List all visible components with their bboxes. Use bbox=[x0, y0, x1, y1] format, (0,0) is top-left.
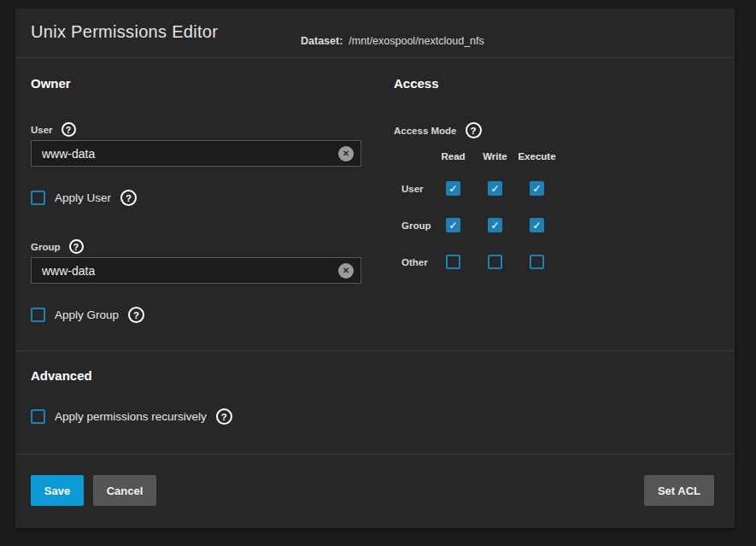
set-acl-button[interactable]: Set ACL bbox=[644, 475, 714, 506]
checkbox-group-read[interactable]: ✓ bbox=[446, 218, 460, 232]
apply-user-label: Apply User bbox=[55, 191, 111, 204]
dataset-label: Dataset: bbox=[301, 35, 343, 47]
checkbox-group-write[interactable]: ✓ bbox=[488, 218, 502, 232]
apply-user-checkbox[interactable]: ✓ bbox=[31, 191, 45, 205]
user-label: User bbox=[31, 125, 53, 135]
access-heading: Access bbox=[394, 76, 439, 91]
checkbox-group-execute[interactable]: ✓ bbox=[530, 218, 544, 232]
row-label-other: Other bbox=[383, 257, 428, 267]
column-header-execute: Execute bbox=[518, 151, 555, 161]
checkbox-other-write[interactable]: ✓ bbox=[488, 255, 502, 269]
check-icon: ✓ bbox=[448, 184, 457, 194]
checkbox-user-execute[interactable]: ✓ bbox=[530, 181, 544, 196]
check-icon: ✓ bbox=[490, 184, 499, 194]
group-label-row: Group ? bbox=[31, 239, 84, 254]
access-mode-label: Access Mode bbox=[394, 126, 457, 136]
group-field-wrap: ✕ bbox=[31, 257, 361, 284]
help-icon[interactable]: ? bbox=[216, 408, 232, 425]
user-input[interactable] bbox=[32, 147, 338, 161]
access-column-headers: Read Write Execute bbox=[383, 151, 558, 161]
access-mode-row: Access Mode ? bbox=[394, 122, 482, 138]
save-button[interactable]: Save bbox=[31, 475, 84, 506]
help-icon[interactable]: ? bbox=[128, 307, 144, 323]
apply-group-label: Apply Group bbox=[55, 308, 119, 321]
group-label: Group bbox=[31, 242, 61, 252]
access-permissions-grid: User ✓ ✓ ✓ Group ✓ ✓ ✓ Other ✓ ✓ ✓ bbox=[383, 181, 558, 269]
user-label-row: User ? bbox=[31, 122, 76, 137]
apply-group-checkbox[interactable]: ✓ bbox=[31, 308, 45, 322]
check-icon: ✓ bbox=[532, 220, 541, 231]
check-icon: ✓ bbox=[448, 220, 457, 231]
apply-user-row: ✓ Apply User ? bbox=[31, 190, 137, 206]
recursive-row: ✓ Apply permissions recursively ? bbox=[31, 408, 232, 425]
column-header-write: Write bbox=[483, 151, 507, 161]
row-label-group: Group bbox=[383, 220, 431, 231]
dataset-value: /mnt/exospool/nextcloud_nfs bbox=[349, 35, 483, 47]
apply-recursively-label: Apply permissions recursively bbox=[55, 410, 207, 423]
advanced-heading: Advanced bbox=[31, 368, 92, 383]
user-field-wrap: ✕ bbox=[31, 140, 361, 167]
cancel-button[interactable]: Cancel bbox=[93, 475, 156, 506]
check-icon: ✓ bbox=[490, 220, 499, 231]
dataset-info: Dataset: /mnt/exospool/nextcloud_nfs bbox=[301, 35, 484, 47]
check-icon: ✓ bbox=[532, 184, 541, 194]
checkbox-user-read[interactable]: ✓ bbox=[446, 181, 460, 196]
checkbox-user-write[interactable]: ✓ bbox=[488, 181, 502, 196]
help-icon[interactable]: ? bbox=[69, 239, 84, 254]
clear-icon[interactable]: ✕ bbox=[338, 146, 354, 161]
apply-group-row: ✓ Apply Group ? bbox=[31, 307, 144, 323]
checkbox-other-execute[interactable]: ✓ bbox=[530, 255, 544, 269]
help-icon[interactable]: ? bbox=[62, 122, 76, 137]
clear-icon[interactable]: ✕ bbox=[338, 263, 354, 279]
card-header: Unix Permissions Editor Dataset: /mnt/ex… bbox=[15, 9, 735, 58]
section-divider bbox=[15, 350, 735, 351]
group-input[interactable] bbox=[32, 264, 338, 278]
column-header-read: Read bbox=[441, 151, 465, 161]
help-icon[interactable]: ? bbox=[466, 122, 482, 138]
unix-permissions-editor-card: Unix Permissions Editor Dataset: /mnt/ex… bbox=[15, 9, 735, 528]
page-title: Unix Permissions Editor bbox=[31, 22, 218, 42]
apply-recursively-checkbox[interactable]: ✓ bbox=[31, 409, 45, 424]
help-icon[interactable]: ? bbox=[120, 190, 137, 206]
owner-heading: Owner bbox=[31, 76, 71, 91]
row-label-user: User bbox=[383, 184, 424, 194]
checkbox-other-read[interactable]: ✓ bbox=[446, 255, 460, 269]
footer-divider bbox=[15, 454, 735, 455]
